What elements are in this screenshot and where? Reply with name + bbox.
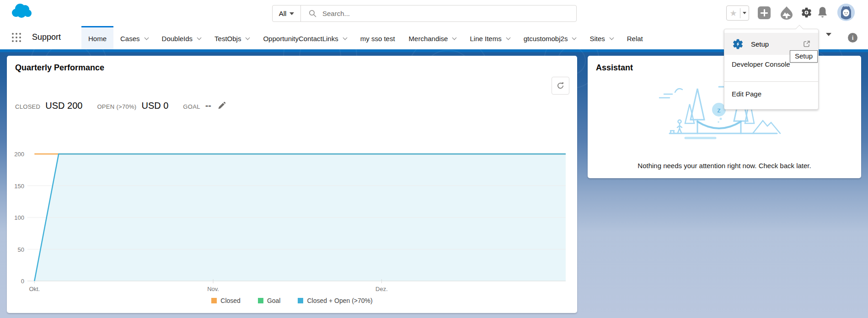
tab-opportunitycontactlinks[interactable]: OpportunityContactLinks (256, 26, 353, 49)
tab-label: DoubleIds (162, 35, 193, 42)
tab-label: Merchandise (409, 35, 448, 42)
app-name: Support (32, 26, 61, 49)
chart-legend: ClosedGoalClosed + Open (>70%) (7, 297, 577, 304)
menu-item-label: Setup (751, 40, 769, 48)
chevron-down-icon (144, 35, 149, 40)
refresh-icon (557, 82, 564, 90)
tab-label: Cases (120, 35, 140, 42)
chevron-down-icon (452, 35, 457, 40)
svg-text:z: z (717, 106, 721, 114)
svg-text:50: 50 (18, 246, 24, 253)
setup-tooltip: Setup (790, 50, 818, 63)
menu-item-label: Edit Page (732, 90, 761, 98)
notifications-bell-icon[interactable] (816, 6, 829, 19)
global-header: All ★ (0, 0, 868, 26)
legend-swatch-icon (258, 298, 263, 303)
tab-testobjs[interactable]: TestObjs (208, 26, 256, 49)
closed-value: USD 200 (45, 101, 82, 111)
global-actions-plus-icon[interactable] (758, 6, 771, 19)
legend-label: Closed + Open (>70%) (307, 297, 372, 304)
tab-label: gtcustomobj2s (524, 35, 568, 42)
svg-text:100: 100 (14, 214, 24, 221)
chevron-down-icon (343, 35, 347, 40)
legend-item: Goal (258, 297, 281, 304)
tab-gtcustomobj2s[interactable]: gtcustomobj2s (517, 26, 583, 49)
tab-doubleids[interactable]: DoubleIds (155, 26, 208, 49)
legend-label: Goal (267, 297, 281, 304)
legend-label: Closed (220, 297, 241, 304)
legend-swatch-icon (298, 298, 303, 303)
performance-chart: 050100150200Okt.Nov.Dez. (7, 133, 577, 293)
salesforce-logo-icon (11, 3, 32, 21)
tab-sites[interactable]: Sites (583, 26, 620, 49)
legend-item: Closed (211, 297, 241, 304)
chevron-down-icon (197, 35, 202, 40)
card-title: Quarterly Performance (15, 63, 104, 73)
assistant-empty-message: Nothing needs your attention right now. … (588, 162, 861, 170)
tab-label: OpportunityContactLinks (263, 35, 338, 42)
favorites-dropdown-icon[interactable] (740, 12, 749, 14)
menu-item-edit-page[interactable]: Edit Page (724, 85, 818, 103)
tab-my-sso-test[interactable]: my sso test (354, 26, 402, 49)
search-field (301, 5, 576, 21)
favorites-star-icon[interactable]: ★ (727, 8, 740, 18)
setup-gear-icon[interactable] (800, 6, 813, 19)
open-value: USD 0 (141, 101, 168, 111)
edit-goal-pencil-icon[interactable] (218, 102, 225, 111)
chevron-down-icon (246, 35, 250, 40)
search-input[interactable] (322, 10, 563, 17)
tab-label: my sso test (360, 35, 395, 42)
app-launcher-icon[interactable] (12, 33, 21, 42)
global-search-bar: All (272, 5, 577, 22)
favorites-control: ★ (726, 5, 749, 21)
external-link-icon (803, 40, 811, 48)
tab-label: Line Items (470, 35, 501, 42)
tab-cases[interactable]: Cases (113, 26, 155, 49)
menu-item-label: Developer Console (732, 60, 790, 68)
legend-swatch-icon (211, 298, 217, 303)
tab-label: Home (88, 35, 107, 42)
svg-text:200: 200 (14, 151, 24, 158)
trailhead-help-icon[interactable] (779, 5, 794, 21)
tab-relat[interactable]: Relat (620, 26, 650, 49)
menu-divider (724, 81, 818, 82)
tab-label: TestObjs (214, 35, 241, 42)
search-icon (309, 10, 316, 17)
open-label: OPEN (>70%) (97, 103, 136, 110)
goal-value: -- (205, 101, 211, 111)
nav-tabs: HomeCasesDoubleIdsTestObjsOpportunityCon… (81, 26, 727, 49)
svg-text:Nov.: Nov. (207, 286, 219, 292)
tab-label: Relat (627, 35, 643, 42)
closed-label: CLOSED (15, 103, 40, 110)
svg-text:150: 150 (14, 183, 24, 190)
quarterly-performance-card: Quarterly Performance CLOSED USD 200 OPE… (7, 56, 577, 313)
goal-label: GOAL (183, 103, 200, 110)
performance-metrics: CLOSED USD 200 OPEN (>70%) USD 0 GOAL -- (15, 101, 225, 111)
search-scope-selector[interactable]: All (273, 5, 301, 21)
tab-label: Sites (589, 35, 605, 42)
svg-text:Dez.: Dez. (375, 286, 388, 292)
setup-gear-blue-icon (732, 38, 744, 50)
chevron-down-icon (506, 35, 510, 40)
svg-text:0: 0 (21, 278, 24, 285)
chevron-down-icon (609, 35, 614, 40)
more-tabs-chevron-icon[interactable] (826, 36, 831, 44)
legend-item: Closed + Open (>70%) (298, 297, 372, 304)
svg-text:Okt.: Okt. (29, 286, 40, 292)
refresh-button[interactable] (552, 77, 569, 95)
setup-dropdown-menu: Setup Developer Console Edit Page (724, 29, 819, 110)
chevron-down-icon (572, 35, 577, 40)
chevron-down-icon (289, 12, 294, 15)
tab-merchandise[interactable]: Merchandise (402, 26, 463, 49)
user-avatar[interactable] (837, 4, 855, 21)
assistant-title: Assistant (596, 63, 633, 73)
tab-line-items[interactable]: Line Items (463, 26, 516, 49)
info-icon[interactable]: i (848, 33, 857, 42)
tab-home[interactable]: Home (81, 26, 113, 49)
search-scope-label: All (279, 10, 287, 17)
